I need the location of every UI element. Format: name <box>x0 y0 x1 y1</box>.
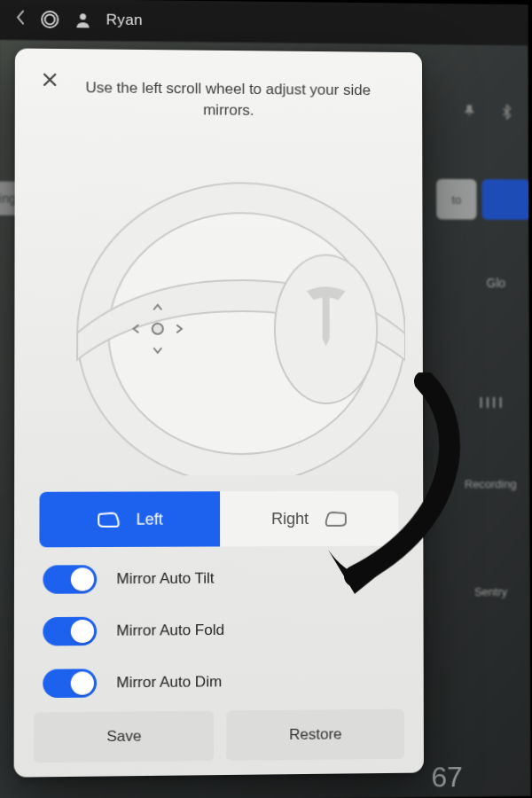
mirror-adjust-modal: Use the left scroll wheel to adjust your… <box>14 48 424 777</box>
close-button[interactable] <box>35 65 65 95</box>
save-button[interactable]: Save <box>34 711 214 763</box>
bluetooth-icon[interactable] <box>501 104 513 123</box>
top-bar: Ryan <box>0 0 528 45</box>
svg-point-0 <box>45 14 55 24</box>
user-avatar-icon[interactable] <box>74 11 91 28</box>
pill-blue[interactable] <box>481 179 530 220</box>
segment-right[interactable]: Right <box>220 491 399 547</box>
toggle-label: Mirror Auto Tilt <box>116 570 214 589</box>
label-recording: Recording <box>451 473 530 494</box>
segment-label: Right <box>271 509 309 528</box>
label-sentry: Sentry <box>460 581 521 602</box>
bell-icon[interactable] <box>462 104 476 121</box>
toggle-switch[interactable] <box>43 617 97 646</box>
close-icon <box>41 71 59 89</box>
bars-icon: IIII <box>479 395 505 411</box>
toggle-switch[interactable] <box>43 565 97 594</box>
instruction-text: Use the left scroll wheel to adjust your… <box>68 77 387 122</box>
steering-wheel-graphic <box>14 146 423 485</box>
toggle-list: Mirror Auto Tilt Mirror Auto Fold Mirror… <box>43 564 395 699</box>
user-name[interactable]: Ryan <box>106 12 143 29</box>
svg-point-2 <box>80 13 86 20</box>
svg-point-6 <box>153 324 163 334</box>
sidebar-item-label: eering <box>0 192 16 206</box>
text: Glo <box>487 276 505 290</box>
text: Sentry <box>474 584 507 598</box>
pill-label: to <box>451 192 461 206</box>
segment-left[interactable]: Left <box>39 491 220 547</box>
label-glo: Glo <box>470 272 522 293</box>
mirror-side-selector: Left Right <box>39 491 398 548</box>
toggle-row-auto-fold: Mirror Auto Fold <box>43 615 395 646</box>
brightness-icon[interactable] <box>40 10 59 29</box>
toggle-row-auto-dim: Mirror Auto Dim <box>43 667 395 699</box>
toggle-switch[interactable] <box>43 669 97 698</box>
text: Recording <box>465 477 516 490</box>
toggle-label: Mirror Auto Dim <box>116 673 222 692</box>
chevron-left-icon[interactable] <box>15 10 26 29</box>
pill-auto[interactable]: to <box>436 179 476 220</box>
segment-label: Left <box>137 510 163 528</box>
restore-button[interactable]: Restore <box>226 709 404 761</box>
toggle-label: Mirror Auto Fold <box>116 622 224 640</box>
mirror-left-icon <box>97 511 120 528</box>
mirror-right-icon <box>325 510 348 528</box>
temperature-display[interactable]: 67 <box>431 761 462 794</box>
button-row: Save Restore <box>34 709 404 763</box>
toggle-row-auto-tilt: Mirror Auto Tilt <box>43 564 395 594</box>
